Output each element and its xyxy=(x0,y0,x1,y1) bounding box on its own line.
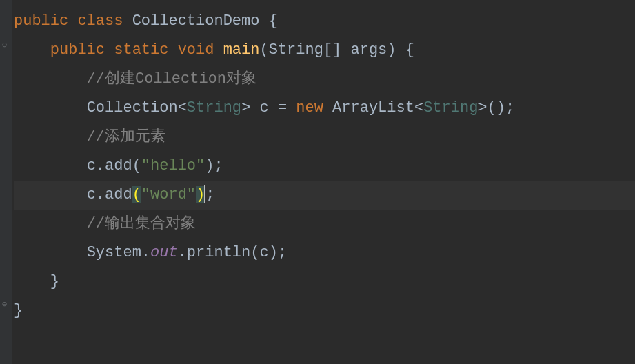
method-name: main xyxy=(223,41,260,59)
space xyxy=(123,12,132,30)
text: Collection< xyxy=(87,99,187,117)
brace: } xyxy=(14,302,23,319)
class-name: CollectionDemo xyxy=(132,12,260,30)
indent xyxy=(14,41,50,59)
indent xyxy=(14,186,87,203)
indent xyxy=(14,99,87,117)
text: c.add( xyxy=(87,157,141,174)
field-out: out xyxy=(150,244,178,261)
code-line: //添加元素 xyxy=(14,123,635,152)
type: String xyxy=(187,99,241,117)
indent xyxy=(14,157,87,174)
keyword-class: class xyxy=(77,12,123,30)
code-line: } xyxy=(14,296,635,325)
fold-icon[interactable]: ⊖ xyxy=(2,301,10,309)
text: ArrayList< xyxy=(323,99,423,117)
code-line: Collection<String> c = new ArrayList<Str… xyxy=(14,94,635,123)
space xyxy=(168,41,177,59)
space xyxy=(105,41,114,59)
space xyxy=(68,12,77,30)
comment: //添加元素 xyxy=(87,128,165,145)
text: System. xyxy=(87,244,150,261)
params: (String[] args) { xyxy=(259,41,414,59)
code-line: //创建Collection对象 xyxy=(14,65,635,94)
code-line: public class CollectionDemo { xyxy=(14,7,635,36)
bracket-match-open: ( xyxy=(132,186,141,203)
indent xyxy=(14,215,87,232)
keyword-public: public xyxy=(50,41,105,59)
string-literal: "hello" xyxy=(141,157,205,174)
keyword-void: void xyxy=(178,41,214,59)
fold-icon[interactable]: ⊖ xyxy=(2,41,10,50)
text: > c = xyxy=(241,99,296,117)
comment: //创建Collection对象 xyxy=(87,70,256,88)
keyword-public: public xyxy=(14,12,68,30)
keyword-static: static xyxy=(114,41,168,59)
brace: } xyxy=(50,273,59,290)
code-line: } xyxy=(14,267,635,296)
string-literal: "word" xyxy=(141,186,196,203)
indent xyxy=(14,244,87,261)
code-editor[interactable]: public class CollectionDemo { public sta… xyxy=(0,0,635,325)
code-line: public static void main(String[] args) { xyxy=(14,36,635,65)
comment: //输出集合对象 xyxy=(87,215,196,232)
text: c.add xyxy=(87,186,132,203)
brace: { xyxy=(259,12,277,30)
type: String xyxy=(423,99,478,117)
code-line: c.add("hello"); xyxy=(14,152,635,181)
text: ; xyxy=(205,186,214,203)
text: ); xyxy=(205,157,223,174)
code-line-current: c.add("word"); xyxy=(14,181,635,210)
code-line: //输出集合对象 xyxy=(14,210,635,239)
space xyxy=(214,41,223,59)
text: >(); xyxy=(478,99,514,117)
indent xyxy=(14,273,50,290)
indent xyxy=(14,128,87,145)
text: .println(c); xyxy=(178,244,287,261)
code-line: System.out.println(c); xyxy=(14,239,635,267)
editor-gutter: ⊖ ⊖ xyxy=(0,0,12,364)
indent xyxy=(14,70,87,88)
keyword-new: new xyxy=(296,99,323,117)
